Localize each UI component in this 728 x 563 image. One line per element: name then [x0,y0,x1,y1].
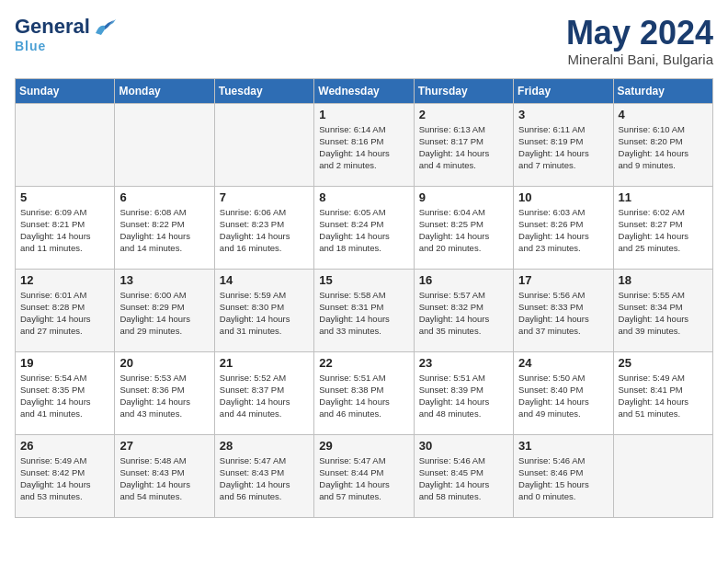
logo-general: General [15,15,90,39]
day-info: Sunrise: 5:47 AM Sunset: 8:43 PM Dayligh… [220,454,309,503]
day-info: Sunrise: 5:46 AM Sunset: 8:45 PM Dayligh… [419,454,508,503]
day-number: 26 [20,439,109,453]
day-info: Sunrise: 5:48 AM Sunset: 8:43 PM Dayligh… [119,454,209,503]
day-number: 17 [518,273,608,287]
calendar-cell: 1Sunrise: 6:14 AM Sunset: 8:16 PM Daylig… [314,103,414,186]
day-info: Sunrise: 5:52 AM Sunset: 8:37 PM Dayligh… [220,372,309,420]
day-number: 1 [319,108,408,121]
calendar-cell: 28Sunrise: 5:47 AM Sunset: 8:43 PM Dayli… [214,434,313,517]
calendar-cell: 6Sunrise: 6:08 AM Sunset: 8:22 PM Daylig… [115,186,214,269]
calendar-cell: 8Sunrise: 6:05 AM Sunset: 8:24 PM Daylig… [314,186,414,269]
day-number: 20 [119,356,209,370]
day-info: Sunrise: 5:59 AM Sunset: 8:30 PM Dayligh… [220,289,309,338]
day-info: Sunrise: 6:00 AM Sunset: 8:29 PM Dayligh… [119,289,209,338]
col-header-saturday: Saturday [613,78,712,103]
month-year-title: May 2024 [566,15,713,52]
calendar-cell: 13Sunrise: 6:00 AM Sunset: 8:29 PM Dayli… [115,269,214,351]
calendar-cell: 18Sunrise: 5:55 AM Sunset: 8:34 PM Dayli… [613,269,712,351]
col-header-thursday: Thursday [414,78,513,103]
day-info: Sunrise: 6:03 AM Sunset: 8:26 PM Dayligh… [518,206,608,255]
day-number: 15 [319,273,408,287]
day-info: Sunrise: 6:02 AM Sunset: 8:27 PM Dayligh… [619,206,708,255]
calendar-cell: 3Sunrise: 6:11 AM Sunset: 8:19 PM Daylig… [514,103,613,186]
calendar-cell: 19Sunrise: 5:54 AM Sunset: 8:35 PM Dayli… [16,351,115,434]
day-info: Sunrise: 5:51 AM Sunset: 8:38 PM Dayligh… [319,372,408,420]
day-info: Sunrise: 6:13 AM Sunset: 8:17 PM Dayligh… [419,123,508,172]
calendar-week-1: 1Sunrise: 6:14 AM Sunset: 8:16 PM Daylig… [16,103,713,186]
day-number: 4 [619,108,708,121]
calendar-cell: 2Sunrise: 6:13 AM Sunset: 8:17 PM Daylig… [414,103,513,186]
day-info: Sunrise: 5:58 AM Sunset: 8:31 PM Dayligh… [319,289,408,338]
calendar-cell: 20Sunrise: 5:53 AM Sunset: 8:36 PM Dayli… [115,351,214,434]
calendar-cell: 23Sunrise: 5:51 AM Sunset: 8:39 PM Dayli… [414,351,513,434]
calendar-cell: 31Sunrise: 5:46 AM Sunset: 8:46 PM Dayli… [514,434,613,517]
day-number: 16 [419,273,508,287]
day-number: 3 [518,108,608,121]
calendar-cell: 30Sunrise: 5:46 AM Sunset: 8:45 PM Dayli… [414,434,513,517]
calendar-cell: 22Sunrise: 5:51 AM Sunset: 8:38 PM Dayli… [314,351,414,434]
day-number: 2 [419,108,508,121]
day-info: Sunrise: 5:55 AM Sunset: 8:34 PM Dayligh… [619,289,708,338]
day-number: 9 [419,190,508,204]
calendar-cell: 16Sunrise: 5:57 AM Sunset: 8:32 PM Dayli… [414,269,513,351]
calendar-cell: 21Sunrise: 5:52 AM Sunset: 8:37 PM Dayli… [214,351,313,434]
day-info: Sunrise: 5:53 AM Sunset: 8:36 PM Dayligh… [119,372,209,420]
calendar-week-5: 26Sunrise: 5:49 AM Sunset: 8:42 PM Dayli… [16,434,713,517]
day-number: 25 [619,356,708,370]
day-info: Sunrise: 6:04 AM Sunset: 8:25 PM Dayligh… [419,206,508,255]
calendar-cell [214,103,313,186]
day-info: Sunrise: 6:08 AM Sunset: 8:22 PM Dayligh… [119,206,209,255]
col-header-tuesday: Tuesday [214,78,313,103]
day-number: 5 [20,190,109,204]
calendar-week-4: 19Sunrise: 5:54 AM Sunset: 8:35 PM Dayli… [16,351,713,434]
day-info: Sunrise: 5:49 AM Sunset: 8:42 PM Dayligh… [20,454,109,503]
calendar-week-3: 12Sunrise: 6:01 AM Sunset: 8:28 PM Dayli… [16,269,713,351]
day-number: 7 [220,190,309,204]
day-number: 29 [319,439,408,453]
page-header: General Blue May 2024 Mineralni Bani, Bu… [15,15,713,67]
day-info: Sunrise: 5:51 AM Sunset: 8:39 PM Dayligh… [419,372,508,420]
calendar-cell: 29Sunrise: 5:47 AM Sunset: 8:44 PM Dayli… [314,434,414,517]
day-info: Sunrise: 5:56 AM Sunset: 8:33 PM Dayligh… [518,289,608,338]
day-info: Sunrise: 6:09 AM Sunset: 8:21 PM Dayligh… [20,206,109,255]
calendar-cell: 25Sunrise: 5:49 AM Sunset: 8:41 PM Dayli… [613,351,712,434]
calendar-cell: 14Sunrise: 5:59 AM Sunset: 8:30 PM Dayli… [214,269,313,351]
calendar-cell [115,103,214,186]
logo-bird-icon [92,17,118,37]
day-info: Sunrise: 5:50 AM Sunset: 8:40 PM Dayligh… [518,372,608,420]
calendar-header-row: SundayMondayTuesdayWednesdayThursdayFrid… [16,78,713,103]
day-info: Sunrise: 5:46 AM Sunset: 8:46 PM Dayligh… [518,454,608,503]
day-number: 27 [119,439,209,453]
calendar-cell: 15Sunrise: 5:58 AM Sunset: 8:31 PM Dayli… [314,269,414,351]
col-header-friday: Friday [514,78,613,103]
day-info: Sunrise: 6:11 AM Sunset: 8:19 PM Dayligh… [518,123,608,172]
title-block: May 2024 Mineralni Bani, Bulgaria [566,15,713,67]
day-info: Sunrise: 5:47 AM Sunset: 8:44 PM Dayligh… [319,454,408,503]
day-info: Sunrise: 6:10 AM Sunset: 8:20 PM Dayligh… [619,123,708,172]
day-number: 30 [419,439,508,453]
day-number: 31 [518,439,608,453]
logo: General Blue [15,15,118,53]
day-info: Sunrise: 6:14 AM Sunset: 8:16 PM Dayligh… [319,123,408,172]
calendar-cell: 27Sunrise: 5:48 AM Sunset: 8:43 PM Dayli… [115,434,214,517]
day-number: 14 [220,273,309,287]
day-number: 13 [119,273,209,287]
calendar-body: 1Sunrise: 6:14 AM Sunset: 8:16 PM Daylig… [16,103,713,517]
day-number: 21 [220,356,309,370]
calendar-cell: 24Sunrise: 5:50 AM Sunset: 8:40 PM Dayli… [514,351,613,434]
day-number: 8 [319,190,408,204]
day-number: 19 [20,356,109,370]
calendar-cell [16,103,115,186]
day-number: 10 [518,190,608,204]
calendar-week-2: 5Sunrise: 6:09 AM Sunset: 8:21 PM Daylig… [16,186,713,269]
day-number: 24 [518,356,608,370]
day-info: Sunrise: 5:49 AM Sunset: 8:41 PM Dayligh… [619,372,708,420]
calendar-cell: 26Sunrise: 5:49 AM Sunset: 8:42 PM Dayli… [16,434,115,517]
day-number: 12 [20,273,109,287]
day-info: Sunrise: 5:57 AM Sunset: 8:32 PM Dayligh… [419,289,508,338]
calendar-cell [613,434,712,517]
logo-blue: Blue [15,39,46,53]
calendar-cell: 4Sunrise: 6:10 AM Sunset: 8:20 PM Daylig… [613,103,712,186]
day-number: 6 [119,190,209,204]
day-number: 11 [619,190,708,204]
